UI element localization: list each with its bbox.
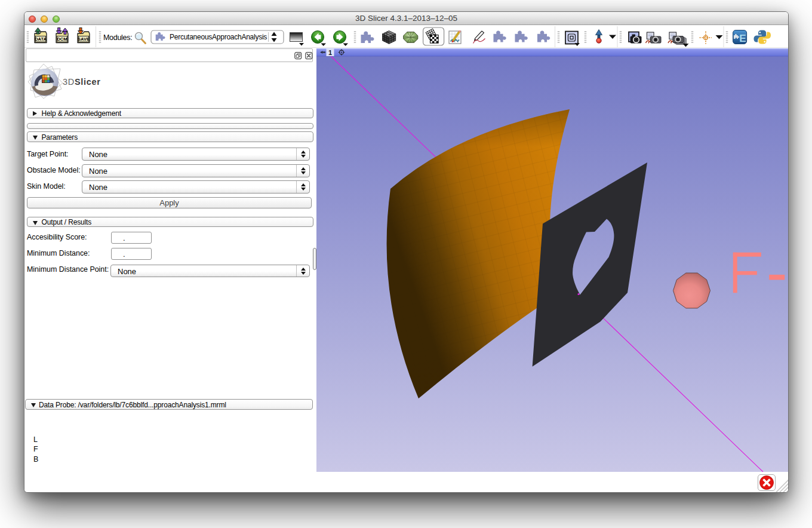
svg-text:DATA: DATA	[35, 36, 47, 42]
svg-text:PercutaneousApproachAnalysis: PercutaneousApproachAnalysis	[170, 33, 267, 41]
svg-text:E: E	[739, 33, 746, 44]
svg-text:SAVE: SAVE	[78, 36, 90, 42]
svg-text:Modules:: Modules:	[103, 33, 132, 42]
svg-text:3DSlicer: 3DSlicer	[63, 77, 101, 87]
svg-text:1: 1	[328, 49, 332, 56]
svg-text:DCM: DCM	[57, 36, 67, 42]
